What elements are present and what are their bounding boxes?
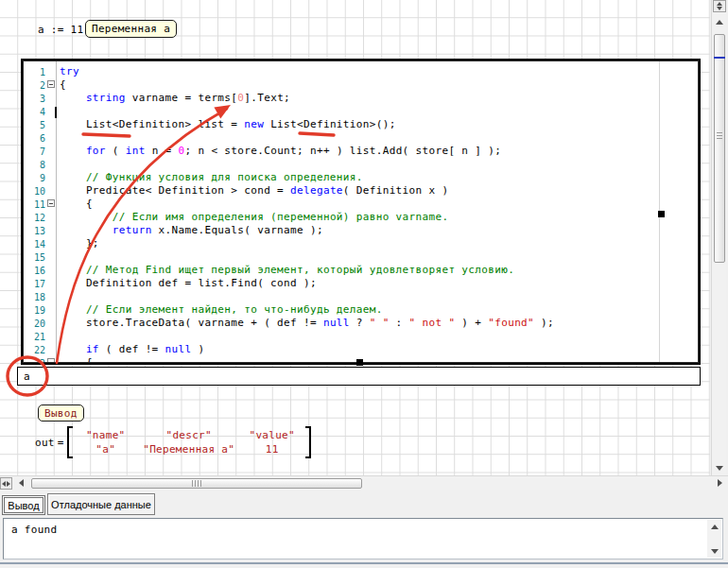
line-number: 11 <box>24 199 45 210</box>
text-cursor <box>55 107 57 118</box>
line-number: 21 <box>24 332 45 342</box>
fold-margin <box>45 277 56 290</box>
line-number: 6 <box>24 133 45 144</box>
arrow-right-icon <box>718 479 722 487</box>
code-line: return x.Name.Equals( varname ); <box>60 224 698 237</box>
fold-margin <box>45 184 56 198</box>
split-right-icon <box>7 481 10 487</box>
line-number: 4 <box>24 107 45 117</box>
line-number: 12 <box>24 213 45 223</box>
vertical-scrollbar[interactable] <box>711 0 726 475</box>
code-line: store.TraceData( varname + ( def != null… <box>60 317 698 330</box>
editor-input-cell[interactable]: a <box>17 367 701 386</box>
output-expression[interactable]: out = "name""descr""value""a""Переменная… <box>35 425 311 459</box>
line-number: 18 <box>24 292 45 302</box>
fold-margin <box>45 330 56 343</box>
variable-definition[interactable]: a := 11 <box>38 24 83 36</box>
fold-margin <box>45 92 56 105</box>
fold-margin <box>45 65 56 78</box>
split-up-icon <box>717 2 722 6</box>
matrix-bracket-right <box>305 426 311 458</box>
scroll-down-button[interactable] <box>712 460 726 475</box>
resize-handle-right[interactable] <box>658 211 665 217</box>
code-line: { <box>60 198 698 211</box>
arrow-down-icon <box>711 549 719 554</box>
smath-workspace: a := 11 Переменная a 1234567891011121314… <box>0 0 728 568</box>
console-scroll-up-button[interactable] <box>707 520 721 533</box>
fold-margin <box>45 264 56 277</box>
line-number: 10 <box>24 186 45 197</box>
console-panel[interactable]: a found <box>3 518 723 559</box>
console-scroll-down-button[interactable] <box>707 544 721 558</box>
fold-margin <box>45 158 56 171</box>
arrow-up-icon <box>711 525 719 529</box>
bottom-tab-bar: Вывод Отладочные данные <box>0 490 728 518</box>
tab-output[interactable]: Вывод <box>2 495 45 515</box>
fold-margin <box>45 131 56 145</box>
split-left-icon <box>2 481 6 487</box>
fold-marker-icon[interactable] <box>45 198 56 211</box>
code-editor-surface[interactable]: 1234567891011121314151617181920212223 tr… <box>23 60 699 363</box>
line-number: 5 <box>24 120 45 130</box>
matrix-bracket-left <box>67 426 73 458</box>
line-number: 23 <box>24 358 45 364</box>
fold-margin <box>45 145 56 158</box>
split-handle-horizontal[interactable] <box>0 477 12 490</box>
fold-marker-icon[interactable] <box>45 78 56 92</box>
editor-code[interactable]: try{ string varname = terms[0].Text; Lis… <box>60 65 698 363</box>
code-line <box>60 290 698 303</box>
line-number: 13 <box>24 226 45 236</box>
bottom-divider <box>0 562 728 564</box>
arrow-down-icon <box>716 466 723 471</box>
line-number: 8 <box>24 160 45 170</box>
fold-margin <box>45 250 56 264</box>
matrix-cell: "a" <box>76 442 136 456</box>
line-number: 7 <box>24 146 45 157</box>
tab-debug-data[interactable]: Отладочные данные <box>47 493 155 515</box>
fold-margin <box>45 290 56 303</box>
scroll-right-button[interactable] <box>712 476 727 490</box>
fold-margin <box>45 343 56 356</box>
matrix-grid: "name""descr""value""a""Переменная a"11 <box>76 428 303 456</box>
code-line: Definition def = list.Find( cond ); <box>60 277 698 290</box>
worksheet-grid[interactable]: a := 11 Переменная a 1234567891011121314… <box>0 0 710 475</box>
code-line: { <box>60 78 698 92</box>
scroll-up-button[interactable] <box>712 14 726 29</box>
fold-margin <box>45 317 56 330</box>
line-number: 1 <box>24 67 45 77</box>
code-line: string varname = terms[0].Text; <box>60 92 698 105</box>
thumb-grip-icon <box>192 480 201 487</box>
code-line: for ( int n = 0; n < store.Count; n++ ) … <box>60 145 698 158</box>
code-line: List<Definition> list = new List<Definit… <box>60 118 698 131</box>
horizontal-scroll-thumb[interactable] <box>31 478 362 489</box>
line-number: 22 <box>24 345 45 355</box>
split-down-icon <box>717 7 722 10</box>
split-handle-vertical[interactable] <box>713 0 726 12</box>
code-editor[interactable]: 1234567891011121314151617181920212223 tr… <box>21 59 701 365</box>
code-line: { <box>60 356 698 363</box>
console-scrollbar[interactable] <box>707 520 721 558</box>
scroll-left-button[interactable] <box>13 476 29 490</box>
fold-marker-icon[interactable] <box>45 356 56 363</box>
line-number: 14 <box>24 239 45 250</box>
code-line: // Если имя определения (переменной) рав… <box>60 211 698 224</box>
variable-note[interactable]: Переменная a <box>85 20 177 38</box>
input-cell-text: a <box>24 370 30 383</box>
vertical-scroll-thumb[interactable] <box>714 34 725 263</box>
equals-sign: = <box>58 437 64 449</box>
line-number: 17 <box>24 279 45 289</box>
fold-margin <box>45 237 56 250</box>
output-note-button[interactable]: Вывод <box>38 404 84 422</box>
code-line <box>60 250 698 264</box>
tab-output-label: Вывод <box>4 497 43 513</box>
arrow-left-icon <box>19 479 24 487</box>
fold-margin <box>45 171 56 184</box>
code-line <box>60 105 698 118</box>
code-line <box>60 330 698 343</box>
scroll-position-marker <box>714 57 725 59</box>
matrix-cell: "Переменная a" <box>136 442 242 456</box>
horizontal-scrollbar[interactable] <box>0 475 728 490</box>
resize-handle-bottom[interactable] <box>356 359 363 366</box>
line-number: 16 <box>24 266 45 276</box>
line-number: 20 <box>24 318 45 329</box>
